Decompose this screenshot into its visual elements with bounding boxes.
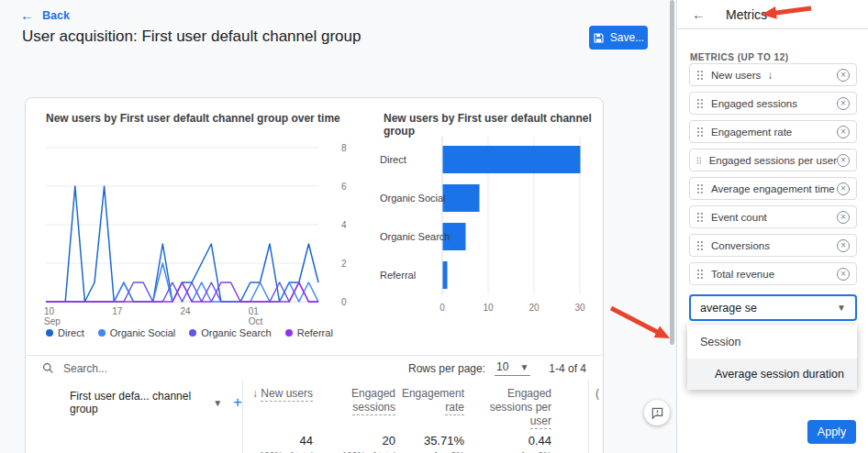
metric-chip[interactable]: Average engagement time× — [689, 177, 857, 200]
drag-handle-icon[interactable] — [696, 183, 704, 194]
rows-per-page-select[interactable]: 10 ▼ — [495, 360, 530, 376]
search-input[interactable] — [63, 362, 210, 375]
back-link[interactable]: ← Back — [20, 8, 70, 22]
drag-handle-icon[interactable] — [696, 127, 704, 138]
line-chart: 0246810Sep172401Oct — [39, 127, 371, 329]
ga-explore-screen: ← Back User acquisition: First user defa… — [0, 0, 868, 453]
add-dimension-button[interactable]: + — [233, 393, 242, 412]
legend-dot-icon — [98, 329, 106, 337]
svg-text:Organic Social: Organic Social — [380, 193, 446, 204]
back-label: Back — [42, 9, 70, 22]
svg-text:4: 4 — [341, 220, 347, 230]
svg-text:Direct: Direct — [380, 154, 406, 165]
total-value: 0.44 — [464, 434, 551, 447]
report-card: New users by First user default channel … — [25, 97, 604, 453]
legend-label: Organic Social — [110, 327, 176, 338]
metric-search-combobox[interactable]: average se ▼ — [689, 294, 857, 321]
legend-item: Referral — [285, 327, 333, 338]
metrics-panel: ← Metrics METRICS (UP TO 12) New users↓×… — [676, 0, 868, 453]
svg-text:Oct: Oct — [249, 316, 263, 326]
metric-chip-label: Engaged sessions — [711, 98, 797, 109]
search-icon — [42, 362, 54, 374]
remove-metric-icon[interactable]: × — [837, 268, 850, 281]
vertical-scrollbar[interactable] — [670, 0, 674, 345]
remove-metric-icon[interactable]: × — [837, 239, 850, 252]
remove-metric-icon[interactable]: × — [837, 154, 850, 167]
chevron-down-icon: ▼ — [837, 303, 846, 313]
sort-descending-icon: ↓ — [767, 69, 773, 82]
remove-metric-icon[interactable]: × — [837, 69, 850, 82]
menu-option[interactable]: Average session duration — [687, 359, 857, 390]
suggestion-menu: Session Average session duration — [687, 325, 857, 390]
panel-title: Metrics — [726, 7, 767, 22]
legend-item: Organic Search — [189, 327, 271, 338]
chevron-down-icon: ▼ — [519, 362, 529, 372]
metric-chip-label: Event count — [711, 212, 767, 223]
save-button[interactable]: Save... — [589, 26, 648, 50]
save-icon — [593, 32, 605, 44]
rows-per-page-value: 10 — [496, 360, 508, 373]
metric-chip[interactable]: Conversions× — [689, 234, 857, 257]
metric-column-header[interactable]: Engagedsessions peruser — [464, 387, 551, 428]
svg-text:30: 30 — [574, 303, 585, 313]
metric-chip[interactable]: Event count× — [689, 205, 857, 228]
total-value: 44 — [249, 434, 313, 447]
dimension-column-header[interactable]: First user defa... channel group ▼ + — [26, 381, 242, 425]
svg-text:01: 01 — [249, 306, 260, 316]
drag-handle-icon[interactable] — [696, 212, 704, 223]
svg-text:8: 8 — [341, 143, 347, 153]
svg-text:6: 6 — [341, 182, 347, 192]
feedback-icon — [651, 406, 664, 420]
pagination-label: 1-4 of 4 — [549, 362, 586, 375]
metric-chip-label: New users — [711, 70, 761, 81]
table-section: Rows per page: 10 ▼ 1-4 of 4 First user … — [26, 355, 603, 453]
panel-header: ← Metrics — [677, 0, 868, 29]
svg-text:Referral: Referral — [380, 270, 416, 281]
legend-item: Direct — [46, 327, 84, 338]
metric-chip[interactable]: New users↓× — [689, 63, 857, 86]
legend-label: Referral — [297, 327, 333, 338]
legend-dot-icon — [46, 329, 53, 337]
rows-per-page: Rows per page: 10 ▼ 1-4 of 4 — [408, 360, 586, 376]
back-arrow-icon: ← — [20, 8, 34, 22]
remove-metric-icon[interactable]: × — [837, 211, 850, 224]
save-label: Save... — [610, 31, 644, 44]
totals-row: 44100% of total20100% of total35.71%Avg … — [26, 425, 603, 453]
line-chart-title: New users by First user default channel … — [46, 112, 340, 125]
legend-dot-icon — [285, 329, 293, 337]
metric-chip-label: Total revenue — [711, 269, 774, 280]
menu-group-header: Session — [687, 325, 857, 359]
svg-text:24: 24 — [181, 306, 192, 316]
metric-chip[interactable]: Engagement rate× — [689, 120, 857, 143]
dimension-header-label: First user defa... channel group — [70, 390, 205, 415]
metric-column-header[interactable]: Engagedsessions — [322, 387, 395, 414]
total-value: 20 — [322, 434, 395, 447]
apply-button[interactable]: Apply — [807, 420, 856, 444]
metric-chip[interactable]: Engaged sessions per user× — [689, 149, 857, 171]
total-value: 35.71% — [391, 434, 464, 447]
remove-metric-icon[interactable]: × — [837, 126, 850, 138]
combobox-value: average se — [700, 302, 757, 315]
drag-handle-icon[interactable] — [696, 70, 704, 81]
svg-text:Sep: Sep — [44, 316, 61, 326]
metric-column-header[interactable]: ↓ New users — [249, 387, 313, 401]
panel-back-arrow-icon[interactable]: ← — [692, 6, 706, 22]
svg-text:10: 10 — [44, 306, 55, 316]
metric-column-header[interactable]: Engagementrate — [391, 387, 464, 414]
remove-metric-icon[interactable]: × — [837, 97, 850, 110]
metric-chip[interactable]: Total revenue× — [689, 262, 857, 285]
drag-handle-icon[interactable] — [696, 269, 704, 280]
remove-metric-icon[interactable]: × — [837, 182, 850, 195]
drag-handle-icon[interactable] — [696, 98, 704, 109]
legend-item: Organic Social — [98, 327, 176, 338]
metric-chip[interactable]: Engaged sessions× — [689, 92, 857, 115]
svg-text:Organic Search: Organic Search — [380, 231, 450, 242]
feedback-button[interactable] — [644, 400, 670, 425]
metrics-section-label: METRICS (UP TO 12) — [690, 52, 789, 62]
table-header-row: First user defa... channel group ▼ + ↓ N… — [26, 381, 603, 425]
drag-handle-icon[interactable] — [696, 240, 704, 251]
rows-per-page-label: Rows per page: — [408, 362, 485, 375]
drag-handle-icon[interactable] — [696, 155, 702, 166]
svg-text:2: 2 — [341, 259, 347, 269]
legend-label: Organic Search — [201, 327, 271, 338]
